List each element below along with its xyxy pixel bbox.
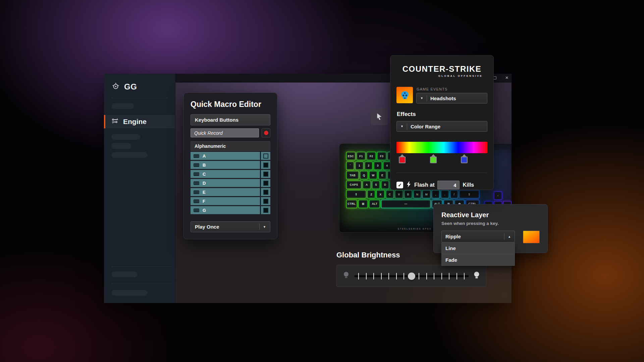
- keyboard-key[interactable]: V: [395, 190, 403, 198]
- close-button[interactable]: ✕: [503, 75, 510, 81]
- keyboard-key[interactable]: W: [369, 171, 377, 179]
- flash-at-label: Flash at: [414, 182, 434, 188]
- keyboard-key[interactable]: 2: [365, 162, 373, 170]
- game-event-dropdown[interactable]: ▼ Headshots: [416, 93, 487, 104]
- macro-key-checkbox[interactable]: [263, 172, 268, 177]
- keyboard-key[interactable]: F2: [367, 152, 376, 160]
- macro-key-checkbox[interactable]: [263, 208, 268, 213]
- keyboard-key[interactable]: ⇧: [459, 190, 479, 198]
- keyboard-key[interactable]: ESC: [346, 152, 356, 160]
- macro-key-cell[interactable]: D: [191, 179, 260, 187]
- macro-key-checkbox-cell[interactable]: [261, 197, 270, 205]
- keyboard-key[interactable]: TAB: [346, 171, 359, 179]
- macro-key-row[interactable]: G: [191, 206, 270, 214]
- sidebar-skeleton-item: [111, 143, 131, 149]
- macro-key-checkbox-cell[interactable]: [261, 161, 270, 169]
- macro-key-checkbox[interactable]: [263, 163, 268, 168]
- color-stop-handle[interactable]: [460, 154, 468, 163]
- macro-key-cell[interactable]: F: [191, 197, 260, 205]
- sidebar-divider: [111, 266, 172, 267]
- macro-key-row[interactable]: F: [191, 197, 270, 205]
- flash-kills-input[interactable]: [437, 181, 460, 189]
- keyboard-key[interactable]: X: [376, 190, 384, 198]
- macro-key-row[interactable]: D: [191, 179, 270, 187]
- sidebar-item-engine-label: Engine: [123, 118, 147, 126]
- keyboard-key[interactable]: ⊞: [358, 200, 368, 208]
- chevron-down-icon: ▼: [263, 225, 266, 229]
- slider-tick: [366, 273, 367, 280]
- csgo-logo: COUNTER-STRIKE GLOBAL OFFENSIVE: [396, 64, 487, 77]
- game-events-label: GAME EVENTS: [417, 87, 487, 91]
- macro-key-row[interactable]: E: [191, 188, 270, 196]
- keyboard-key[interactable]: F1: [357, 152, 366, 160]
- macro-key-checkbox-cell[interactable]: [261, 206, 270, 214]
- keyboard-key[interactable]: A: [363, 181, 371, 189]
- app-logo[interactable]: GG: [111, 82, 137, 92]
- macro-key-checkbox[interactable]: [263, 154, 268, 159]
- macro-key-checkbox[interactable]: [263, 190, 268, 195]
- keyboard-key[interactable]: 3: [374, 162, 382, 170]
- keyboard-key[interactable]: M: [422, 190, 430, 198]
- flash-checkbox[interactable]: ✓: [396, 182, 403, 188]
- keyboard-key[interactable]: `: [346, 162, 354, 170]
- effect-dropdown[interactable]: ▼ Color Range: [396, 121, 487, 132]
- reactive-effect-option[interactable]: Fade: [441, 254, 515, 266]
- keyboard-key[interactable]: —: [381, 200, 431, 208]
- quick-record-input[interactable]: [191, 128, 259, 137]
- keyboard-key[interactable]: E: [378, 171, 386, 179]
- slider-tick: [358, 273, 359, 280]
- brightness-slider[interactable]: [354, 271, 469, 281]
- macro-key-checkbox[interactable]: [263, 199, 268, 204]
- color-stop-handle[interactable]: [429, 154, 437, 163]
- macro-key-checkbox[interactable]: [263, 181, 268, 186]
- keyboard-key[interactable]: S: [372, 181, 380, 189]
- play-mode-dropdown[interactable]: Play Once ▼: [191, 221, 270, 232]
- macro-key-row[interactable]: A: [191, 152, 270, 160]
- macro-key-cell[interactable]: A: [191, 152, 260, 160]
- global-brightness-title: Global Brightness: [336, 251, 400, 259]
- keyboard-key[interactable]: N: [413, 190, 421, 198]
- sidebar-skeleton-item: [111, 290, 148, 296]
- macro-key-checkbox-cell[interactable]: [261, 188, 270, 196]
- keyboard-key[interactable]: D: [381, 181, 389, 189]
- reactive-effect-dropdown[interactable]: Ripple ▲: [441, 231, 515, 242]
- keyboard-key[interactable]: Z: [367, 190, 375, 198]
- reactive-color-swatch[interactable]: [523, 231, 540, 243]
- macro-key-cell[interactable]: E: [191, 188, 260, 196]
- keyboard-arrow-key[interactable]: ↑: [494, 191, 502, 200]
- keyboard-buttons-button[interactable]: Keyboard Buttons: [191, 114, 270, 125]
- keyboard-key[interactable]: Q: [360, 171, 368, 179]
- reactive-layer-subtitle: Seen when pressing a key.: [441, 221, 540, 226]
- macro-key-checkbox-cell[interactable]: [261, 152, 270, 160]
- macro-key-row[interactable]: C: [191, 170, 270, 178]
- keyboard-icon: [194, 154, 199, 158]
- keyboard-key[interactable]: CTRL: [346, 200, 357, 208]
- keyboard-icon: [194, 163, 199, 167]
- brightness-slider-handle[interactable]: [408, 273, 415, 280]
- macro-key-checkbox-cell[interactable]: [261, 179, 270, 187]
- reactive-effect-option[interactable]: Line: [441, 242, 515, 254]
- cursor-tool-button[interactable]: [371, 108, 388, 125]
- macro-key-cell[interactable]: G: [191, 206, 260, 214]
- sidebar-item-engine[interactable]: Engine: [104, 115, 175, 128]
- slider-tick: [396, 273, 397, 280]
- macro-key-row[interactable]: B: [191, 161, 270, 169]
- record-button[interactable]: [262, 128, 270, 137]
- keyboard-icon: [194, 208, 199, 212]
- keyboard-key[interactable]: C: [386, 190, 394, 198]
- sidebar-skeleton-item: [111, 152, 148, 158]
- keyboard-key[interactable]: F3: [377, 152, 386, 160]
- keyboard-key[interactable]: ,: [432, 190, 440, 198]
- keyboard-key[interactable]: /: [450, 190, 458, 198]
- color-range-gradient[interactable]: [396, 142, 487, 153]
- keyboard-key[interactable]: ⇧: [346, 190, 366, 198]
- keyboard-key[interactable]: .: [441, 190, 449, 198]
- keyboard-key[interactable]: B: [404, 190, 412, 198]
- macro-key-cell[interactable]: C: [191, 170, 260, 178]
- keyboard-key[interactable]: CAPS: [346, 181, 362, 189]
- keyboard-key[interactable]: 1: [355, 162, 363, 170]
- macro-key-cell[interactable]: B: [191, 161, 260, 169]
- keyboard-key[interactable]: ALT: [369, 200, 380, 208]
- macro-key-checkbox-cell[interactable]: [261, 170, 270, 178]
- color-stop-handle[interactable]: [398, 154, 406, 163]
